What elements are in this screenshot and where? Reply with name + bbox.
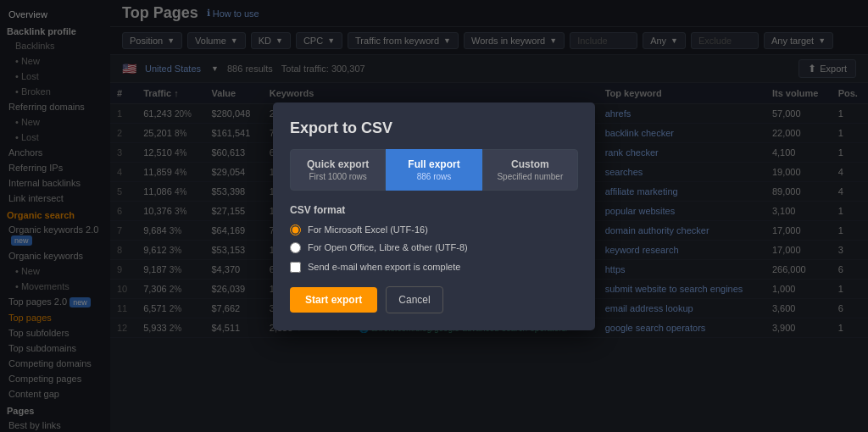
radio-excel[interactable]: For Microsoft Excel (UTF-16) bbox=[290, 224, 578, 235]
full-export-option[interactable]: Full export 886 rows bbox=[386, 149, 481, 191]
modal-actions: Start export Cancel bbox=[290, 286, 578, 313]
start-export-button[interactable]: Start export bbox=[290, 287, 377, 313]
modal-overlay[interactable]: Export to CSV Quick export First 1000 ro… bbox=[0, 0, 868, 432]
quick-export-option[interactable]: Quick export First 1000 rows bbox=[290, 149, 386, 191]
custom-export-option[interactable]: Custom Specified number bbox=[482, 149, 578, 191]
radio-openoffice-input[interactable] bbox=[290, 242, 301, 253]
radio-excel-input[interactable] bbox=[290, 224, 301, 235]
export-options: Quick export First 1000 rows Full export… bbox=[290, 149, 578, 191]
send-email-checkbox[interactable]: Send e-mail when export is complete bbox=[290, 262, 578, 273]
quick-export-sub: First 1000 rows bbox=[301, 172, 375, 181]
radio-group: For Microsoft Excel (UTF-16) For Open Of… bbox=[290, 224, 578, 253]
export-modal: Export to CSV Quick export First 1000 ro… bbox=[273, 102, 595, 330]
modal-title: Export to CSV bbox=[290, 119, 578, 137]
custom-export-sub: Specified number bbox=[493, 172, 567, 181]
cancel-button[interactable]: Cancel bbox=[386, 286, 442, 313]
quick-export-label: Quick export bbox=[301, 158, 375, 170]
send-email-label: Send e-mail when export is complete bbox=[308, 262, 460, 272]
full-export-label: Full export bbox=[397, 158, 470, 170]
radio-openoffice-label: For Open Office, Libre & other (UTF-8) bbox=[308, 242, 468, 252]
radio-openoffice[interactable]: For Open Office, Libre & other (UTF-8) bbox=[290, 242, 578, 253]
csv-format-label: CSV format bbox=[290, 204, 578, 216]
custom-export-label: Custom bbox=[493, 158, 567, 170]
radio-excel-label: For Microsoft Excel (UTF-16) bbox=[308, 224, 428, 235]
send-email-input[interactable] bbox=[290, 262, 301, 273]
full-export-sub: 886 rows bbox=[397, 172, 470, 181]
